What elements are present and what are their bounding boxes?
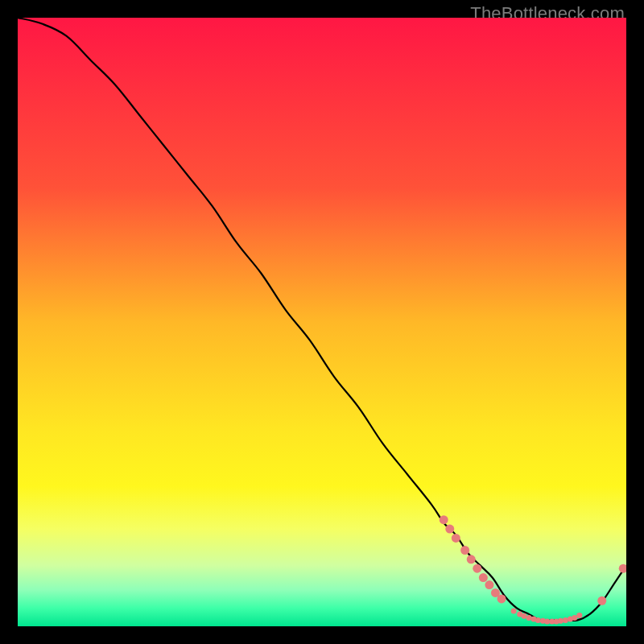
marker-point: [485, 580, 493, 589]
chart-svg: [18, 18, 626, 626]
marker-point: [440, 515, 448, 524]
marker-point: [511, 609, 517, 614]
marker-point: [572, 615, 577, 621]
marker-point: [576, 613, 582, 618]
marker-point: [619, 564, 626, 573]
marker-point: [563, 617, 568, 623]
chart-stage: TheBottleneck.com: [0, 0, 644, 644]
marker-point: [452, 534, 460, 543]
marker-point: [497, 594, 506, 603]
marker-point: [597, 597, 606, 605]
marker-point: [460, 546, 469, 555]
marker-point: [473, 564, 481, 573]
marker-point: [544, 618, 550, 624]
marker-point: [558, 618, 564, 624]
marker-point: [526, 615, 532, 621]
plot-area: [18, 18, 626, 626]
marker-point: [479, 573, 488, 582]
marker-group: [440, 515, 626, 624]
marker-point: [521, 613, 526, 619]
bottleneck-curve: [18, 18, 626, 621]
marker-point: [467, 555, 476, 564]
marker-point: [445, 525, 454, 534]
marker-point: [535, 617, 541, 623]
